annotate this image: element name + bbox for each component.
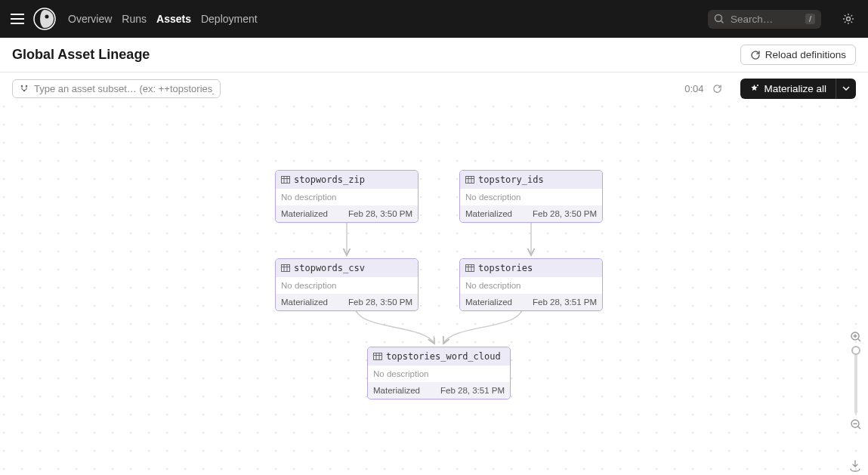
asset-description: No description	[460, 189, 602, 205]
svg-point-7	[757, 85, 758, 86]
asset-time: Feb 28, 3:50 PM	[533, 209, 597, 218]
nav-overview[interactable]: Overview	[68, 13, 112, 25]
asset-name: stopwords_zip	[294, 174, 365, 185]
svg-point-3	[847, 17, 851, 21]
asset-name: stopwords_csv	[294, 263, 365, 273]
asset-node-topstories_word_cloud[interactable]: topstories_word_cloud No description Mat…	[367, 347, 511, 399]
logo	[33, 8, 56, 30]
zoom-out-button[interactable]	[850, 418, 862, 430]
materialize-label: Materialize all	[764, 83, 826, 94]
svg-point-4	[21, 85, 23, 88]
zoom-slider[interactable]	[854, 347, 857, 414]
table-icon	[281, 264, 290, 272]
asset-node-stopwords_zip[interactable]: stopwords_zip No description Materialize…	[275, 170, 419, 223]
refresh-timer: 0:04	[684, 83, 703, 94]
asset-filter[interactable]	[12, 79, 221, 98]
zoom-in-button[interactable]	[850, 331, 862, 343]
search-box[interactable]: /	[708, 10, 821, 29]
search-icon	[714, 14, 724, 24]
chevron-down-icon	[842, 86, 850, 91]
svg-point-5	[26, 85, 28, 88]
asset-status: Materialized	[465, 209, 512, 218]
asset-time: Feb 28, 3:51 PM	[440, 386, 505, 395]
svg-rect-12	[374, 353, 382, 360]
search-input[interactable]	[731, 14, 799, 25]
asset-description: No description	[276, 277, 418, 294]
asset-status: Materialized	[373, 386, 420, 395]
svg-rect-8	[282, 177, 290, 184]
table-icon	[281, 176, 290, 184]
asset-status: Materialized	[281, 298, 328, 307]
svg-rect-11	[466, 265, 474, 272]
asset-time: Feb 28, 3:50 PM	[348, 209, 412, 218]
search-shortcut: /	[805, 14, 815, 24]
asset-description: No description	[460, 277, 602, 294]
materialize-icon	[749, 84, 759, 94]
asset-time: Feb 28, 3:50 PM	[348, 298, 412, 307]
refresh-icon[interactable]	[712, 84, 722, 94]
asset-name: topstory_ids	[478, 174, 544, 185]
nav-runs[interactable]: Runs	[122, 13, 147, 25]
asset-node-stopwords_csv[interactable]: stopwords_csv No description Materialize…	[275, 258, 419, 311]
svg-rect-10	[282, 265, 290, 272]
svg-point-1	[45, 15, 49, 19]
asset-name: topstories	[478, 263, 533, 273]
hamburger-menu-icon[interactable]	[11, 14, 24, 24]
nav-assets[interactable]: Assets	[156, 13, 191, 25]
nav-deployment[interactable]: Deployment	[201, 13, 258, 25]
download-button[interactable]	[848, 458, 862, 472]
asset-filter-input[interactable]	[34, 83, 214, 94]
reload-label: Reload definitions	[765, 49, 846, 60]
asset-status: Materialized	[465, 298, 512, 307]
table-icon	[465, 176, 474, 184]
zoom-thumb[interactable]	[851, 346, 860, 355]
filter-icon	[19, 83, 29, 94]
materialize-all-button[interactable]: Materialize all	[740, 79, 836, 99]
asset-node-topstories[interactable]: topstories No description Materialized F…	[459, 258, 603, 311]
svg-rect-9	[466, 177, 474, 184]
asset-description: No description	[368, 366, 510, 382]
table-icon	[373, 353, 382, 360]
gear-icon[interactable]	[842, 13, 854, 25]
lineage-canvas[interactable]: stopwords_zip No description Materialize…	[0, 104, 868, 475]
svg-point-2	[715, 15, 722, 22]
asset-description: No description	[276, 189, 418, 205]
asset-status: Materialized	[281, 209, 328, 218]
asset-time: Feb 28, 3:51 PM	[533, 298, 597, 307]
page-title: Global Asset Lineage	[12, 47, 150, 63]
refresh-icon	[750, 50, 761, 60]
asset-node-topstory_ids[interactable]: topstory_ids No description Materialized…	[459, 170, 603, 223]
asset-name: topstories_word_cloud	[386, 351, 501, 362]
reload-definitions-button[interactable]: Reload definitions	[740, 45, 856, 65]
materialize-dropdown-button[interactable]	[836, 79, 856, 99]
table-icon	[465, 264, 474, 272]
